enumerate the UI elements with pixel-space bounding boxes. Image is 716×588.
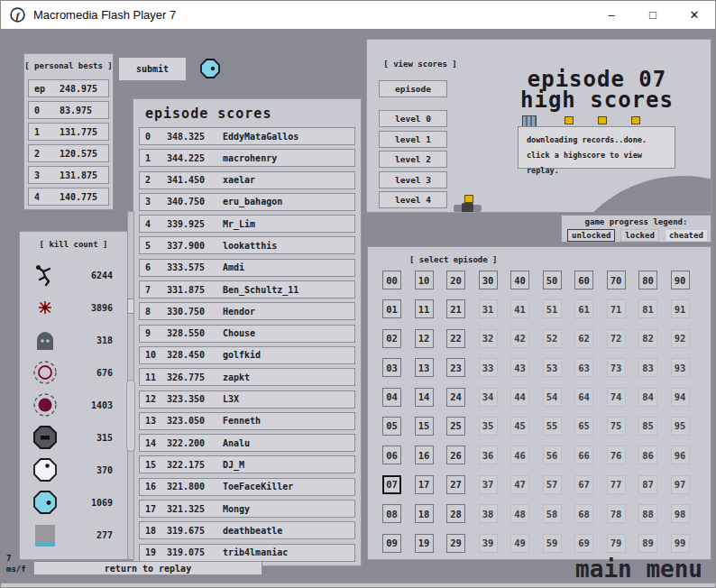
episode-cell-94[interactable]: 94	[671, 388, 690, 407]
episode-cell-22[interactable]: 22	[446, 329, 465, 348]
episode-cell-42[interactable]: 42	[510, 329, 529, 348]
episode-cell-23[interactable]: 23	[446, 358, 465, 377]
episode-cell-88[interactable]: 88	[638, 504, 657, 523]
episode-cell-06[interactable]: 06	[382, 446, 401, 464]
return-to-replay-button[interactable]: return to replay	[33, 561, 262, 575]
episode-cell-64[interactable]: 64	[574, 388, 593, 407]
episode-cell-52[interactable]: 52	[543, 329, 562, 348]
episode-cell-70[interactable]: 70	[607, 271, 626, 289]
episode-cell-69[interactable]: 69	[574, 534, 593, 553]
episode-cell-18[interactable]: 18	[415, 504, 434, 523]
episode-cell-87[interactable]: 87	[638, 475, 657, 494]
episode-cell-07[interactable]: 07	[382, 475, 401, 494]
episode-cell-46[interactable]: 46	[510, 446, 529, 464]
episode-cell-91[interactable]: 91	[671, 299, 690, 318]
episode-cell-08[interactable]: 08	[382, 504, 401, 523]
episode-cell-61[interactable]: 61	[574, 299, 593, 318]
episode-cell-90[interactable]: 90	[671, 271, 690, 289]
episode-cell-99[interactable]: 99	[671, 534, 690, 553]
scrollbar-grip[interactable]	[126, 380, 135, 452]
episode-cell-60[interactable]: 60	[574, 271, 593, 289]
episode-cell-59[interactable]: 59	[543, 534, 562, 553]
episode-cell-27[interactable]: 27	[446, 475, 465, 494]
episode-cell-00[interactable]: 00	[382, 271, 401, 289]
close-button[interactable]: ✕	[674, 1, 715, 29]
episode-cell-03[interactable]: 03	[382, 358, 401, 377]
episode-cell-72[interactable]: 72	[607, 329, 626, 348]
episode-cell-76[interactable]: 76	[607, 446, 626, 464]
episode-cell-66[interactable]: 66	[574, 446, 593, 464]
highscore-row[interactable]: 7331.875Ben_Schultz_11	[139, 280, 355, 299]
episode-cell-84[interactable]: 84	[638, 388, 657, 407]
episode-cell-24[interactable]: 24	[446, 388, 465, 407]
highscore-row[interactable]: 16321.800ToeFaceKiller	[139, 478, 355, 496]
episode-cell-96[interactable]: 96	[671, 446, 690, 464]
episode-cell-30[interactable]: 30	[479, 271, 498, 289]
episode-cell-37[interactable]: 37	[479, 475, 498, 494]
view-scores-button-level-4[interactable]: level 4	[379, 191, 447, 208]
episode-cell-35[interactable]: 35	[479, 417, 498, 436]
episode-cell-31[interactable]: 31	[479, 299, 498, 318]
episode-cell-14[interactable]: 14	[415, 388, 434, 407]
episode-cell-56[interactable]: 56	[543, 446, 562, 464]
episode-cell-75[interactable]: 75	[607, 417, 626, 436]
view-scores-button-level-2[interactable]: level 2	[379, 151, 447, 168]
episode-cell-17[interactable]: 17	[415, 475, 434, 494]
episode-cell-68[interactable]: 68	[574, 504, 593, 523]
minimize-button[interactable]: –	[591, 1, 632, 29]
episode-cell-12[interactable]: 12	[415, 329, 434, 348]
highscore-row[interactable]: 12323.350L3X	[139, 390, 355, 409]
episode-cell-49[interactable]: 49	[510, 534, 529, 553]
episode-cell-53[interactable]: 53	[543, 358, 562, 377]
episode-cell-95[interactable]: 95	[671, 417, 690, 436]
episode-cell-10[interactable]: 10	[415, 271, 434, 289]
highscore-row[interactable]: 13323.050Fenneth	[139, 412, 355, 430]
highscore-row[interactable]: 17321.325Mongy	[139, 500, 355, 518]
highscore-row[interactable]: 14322.200Analu	[139, 434, 355, 452]
episode-cell-36[interactable]: 36	[479, 446, 498, 464]
episode-cell-48[interactable]: 48	[510, 504, 529, 523]
episode-cell-67[interactable]: 67	[574, 475, 593, 494]
episode-cell-55[interactable]: 55	[543, 417, 562, 436]
highscore-row[interactable]: 10328.450golfkid	[139, 346, 355, 364]
episode-cell-15[interactable]: 15	[415, 417, 434, 436]
episode-cell-11[interactable]: 11	[415, 299, 434, 318]
episode-cell-65[interactable]: 65	[574, 417, 593, 436]
episode-cell-29[interactable]: 29	[446, 534, 465, 553]
episode-cell-58[interactable]: 58	[543, 504, 562, 523]
highscore-row[interactable]: 4339.925Mr_Lim	[139, 215, 355, 233]
highscore-row[interactable]: 8330.750Hendor	[139, 302, 355, 320]
highscore-row[interactable]: 11326.775zapkt	[139, 368, 355, 386]
main-menu-button[interactable]: main menu	[575, 556, 702, 583]
episode-cell-16[interactable]: 16	[415, 446, 434, 464]
highscore-row[interactable]: 19319.075trib4lmaniac	[139, 544, 355, 562]
highscore-row[interactable]: 9328.550Chouse	[139, 325, 355, 343]
episode-cell-57[interactable]: 57	[543, 475, 562, 494]
highscore-row[interactable]: 2341.450xaelar	[139, 171, 355, 189]
episode-cell-92[interactable]: 92	[671, 329, 690, 348]
episode-cell-34[interactable]: 34	[479, 388, 498, 407]
episode-cell-41[interactable]: 41	[510, 299, 529, 318]
episode-cell-13[interactable]: 13	[415, 358, 434, 377]
episode-cell-20[interactable]: 20	[446, 271, 465, 289]
episode-cell-54[interactable]: 54	[543, 388, 562, 407]
episode-cell-71[interactable]: 71	[607, 299, 626, 318]
episode-cell-28[interactable]: 28	[446, 504, 465, 523]
episode-cell-51[interactable]: 51	[543, 299, 562, 318]
episode-cell-39[interactable]: 39	[479, 534, 498, 553]
episode-cell-80[interactable]: 80	[638, 271, 657, 289]
highscore-row[interactable]: 5337.900lookatthis	[139, 236, 355, 254]
episode-cell-78[interactable]: 78	[607, 504, 626, 523]
episode-cell-81[interactable]: 81	[638, 299, 657, 318]
episode-cell-83[interactable]: 83	[638, 358, 657, 377]
episode-cell-38[interactable]: 38	[479, 504, 498, 523]
episode-cell-98[interactable]: 98	[671, 504, 690, 523]
episode-cell-93[interactable]: 93	[671, 358, 690, 377]
scrollbar-thumb[interactable]	[127, 299, 134, 314]
episode-cell-79[interactable]: 79	[607, 534, 626, 553]
submit-button[interactable]: submit	[118, 57, 187, 81]
episode-cell-89[interactable]: 89	[638, 534, 657, 553]
episode-cell-74[interactable]: 74	[607, 388, 626, 407]
highscore-row[interactable]: 3340.750eru_bahagon	[139, 193, 355, 211]
episode-cell-02[interactable]: 02	[382, 329, 401, 348]
